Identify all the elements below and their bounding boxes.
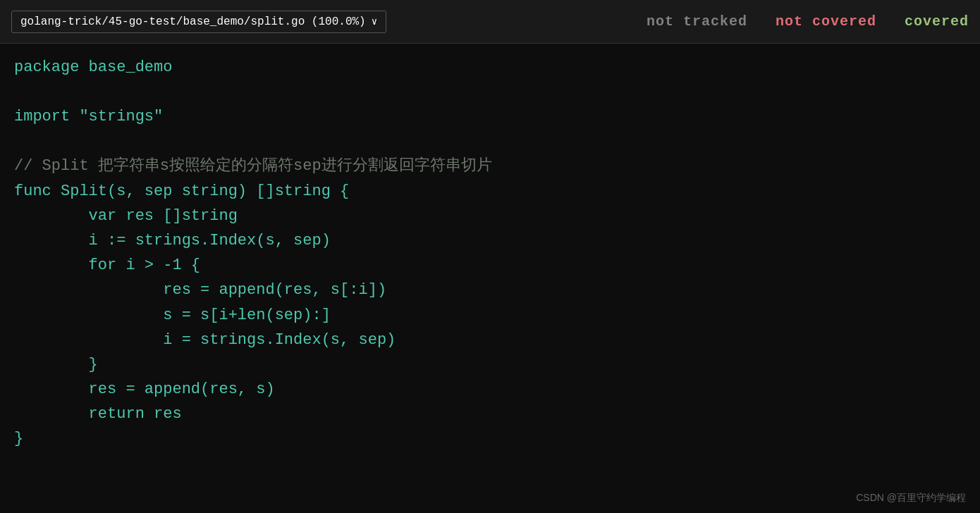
code-line: for i > -1 {: [14, 253, 966, 278]
code-line: }: [14, 426, 966, 451]
file-selector-text: golang-trick/45-go-test/base_demo/split.…: [20, 16, 366, 28]
code-line: i := strings.Index(s, sep): [14, 228, 966, 253]
code-line: s = s[i+len(sep):]: [14, 303, 966, 328]
not-tracked-label: not tracked: [647, 13, 747, 30]
code-line: import "strings": [14, 104, 966, 129]
legend: not tracked not covered covered: [647, 13, 969, 30]
code-line: i = strings.Index(s, sep): [14, 328, 966, 352]
code-line: [14, 129, 966, 154]
toolbar: golang-trick/45-go-test/base_demo/split.…: [0, 0, 980, 44]
code-area: package base_demoimport "strings"// Spli…: [0, 44, 980, 513]
code-line: res = append(res, s): [14, 377, 966, 402]
file-selector[interactable]: golang-trick/45-go-test/base_demo/split.…: [11, 11, 386, 33]
code-line: }: [14, 352, 966, 377]
code-line: func Split(s, sep string) []string {: [14, 179, 966, 204]
chevron-down-icon: ∨: [372, 16, 377, 27]
not-covered-label: not covered: [776, 13, 876, 30]
code-line: // Split 把字符串s按照给定的分隔符sep进行分割返回字符串切片: [14, 154, 966, 178]
code-line: var res []string: [14, 204, 966, 228]
code-container: package base_demoimport "strings"// Spli…: [14, 55, 966, 452]
watermark: CSDN @百里守约学编程: [856, 492, 966, 505]
covered-label: covered: [905, 13, 969, 30]
code-line: res = append(res, s[:i]): [14, 278, 966, 302]
code-line: package base_demo: [14, 55, 966, 80]
code-line: return res: [14, 402, 966, 426]
code-line: [14, 80, 966, 104]
